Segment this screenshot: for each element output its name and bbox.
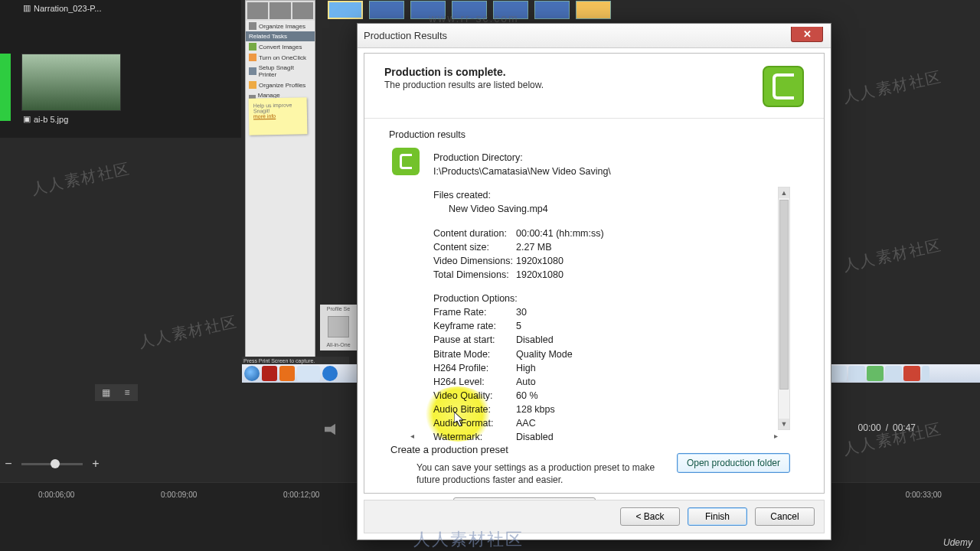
row-label: Keyframe rate:	[433, 319, 516, 333]
inner-taskbar	[242, 364, 357, 383]
results-scrollbar[interactable]: ▲ ▼	[778, 187, 790, 430]
result-row: Total Dimensions:1920x1080	[433, 268, 819, 282]
profile-icon	[328, 316, 349, 337]
row-value: 1920x1080	[516, 254, 564, 268]
zoom-thumb[interactable]	[51, 459, 60, 468]
tray-app3[interactable]	[885, 366, 902, 381]
row-label: Pause at start:	[433, 333, 516, 347]
timeline-zoom: − +	[3, 456, 118, 471]
file-name: New Video Saving.mp4	[433, 202, 819, 216]
zoom-in-button[interactable]: +	[90, 457, 101, 471]
related-tasks-header: Related Tasks	[246, 31, 315, 41]
preset-copy[interactable]	[410, 1, 446, 19]
scroll-up-icon[interactable]: ▲	[779, 187, 789, 198]
sticky-text: Help us improve	[253, 103, 292, 109]
row-value: 1920x1080	[516, 268, 564, 282]
dir-value: I:\Products\Camatasia\New Video Saving\	[433, 165, 819, 178]
open-production-folder-button[interactable]: Open production folder	[677, 453, 790, 473]
media-bin: ▥ Narration_023-P... ▣ ai-b 5.jpg	[0, 0, 241, 138]
tray-app1[interactable]	[830, 366, 847, 381]
preset-all-in-one[interactable]	[328, 1, 363, 19]
cancel-button[interactable]: Cancel	[755, 507, 815, 526]
ie-icon[interactable]	[322, 366, 338, 381]
option-row: H264 Profile:High	[433, 361, 819, 375]
firefox-icon[interactable]	[279, 366, 295, 381]
view-toggle[interactable]: ▦ ≡	[95, 384, 138, 401]
profile-header: Profile Se	[320, 306, 357, 311]
scrollbar-thumb[interactable]	[779, 200, 789, 390]
row-label: H264 Profile:	[433, 361, 516, 375]
image-thumb	[21, 54, 121, 111]
tray-more[interactable]	[922, 366, 929, 381]
row-label: Total Dimensions:	[433, 268, 516, 282]
close-icon: ✕	[803, 28, 812, 40]
time-readout: 00:00 / 00:47	[858, 422, 916, 433]
profile-selector[interactable]: Profile Se All-in-One	[320, 305, 357, 350]
option-row: H264 Level:Auto	[433, 375, 819, 389]
task-oneclick[interactable]: Turn on OneClick	[246, 52, 315, 63]
dialog-header: Production is complete. The production r…	[364, 54, 824, 118]
narration-filename: Narration_023-P...	[34, 4, 101, 13]
results-details: Production Directory: I:\Products\Camata…	[433, 151, 819, 444]
row-value: AAC	[516, 416, 536, 430]
row-label: H264 Level:	[433, 375, 516, 389]
preset-fullscreen[interactable]	[369, 1, 404, 19]
dialog-titlebar[interactable]: Production Results	[358, 24, 831, 48]
task-profiles[interactable]: Organize Profiles	[246, 80, 315, 90]
tray-app2[interactable]	[848, 366, 865, 381]
zoom-slider[interactable]	[21, 463, 83, 465]
close-button[interactable]: ✕	[791, 27, 823, 42]
sticky-note[interactable]: Help us improve Snagit! more info	[249, 97, 308, 135]
preset-share[interactable]	[493, 1, 528, 19]
ruler-tick: 0:00:06;00	[38, 491, 74, 506]
ruler-tick: 0:00:09;00	[161, 491, 197, 506]
dialog-button-bar: < Back Finish Cancel	[364, 500, 825, 533]
udemy-logo: Udemy	[943, 537, 972, 548]
row-label: Audio Bitrate:	[433, 403, 516, 416]
media-item-audio[interactable]: ▥ Narration_023-P...	[21, 0, 129, 16]
task-printer[interactable]: Setup SnagIt Printer	[246, 63, 315, 80]
row-label: Bitrate Mode:	[433, 347, 516, 361]
row-value: 128 kbps	[516, 403, 555, 416]
share-preset-bar	[320, 0, 902, 21]
files-label: Files created:	[433, 188, 819, 202]
production-results-dialog: Production Results ✕ Production is compl…	[357, 23, 831, 540]
option-row: Frame Rate:30	[433, 305, 819, 319]
start-button[interactable]	[244, 366, 260, 381]
profile-name: All-in-One	[320, 342, 357, 347]
image-icon: ▣	[23, 114, 31, 124]
media-label: ▥ Narration_023-P...	[21, 0, 129, 16]
organize-images[interactable]: Organize Images	[246, 21, 315, 31]
explorer-icon[interactable]	[297, 366, 320, 381]
finish-button[interactable]: Finish	[688, 507, 747, 526]
scroll-down-icon[interactable]: ▼	[779, 419, 789, 429]
ruler-tick: 0:00:12;00	[283, 491, 319, 506]
preset-menu-time[interactable]	[576, 1, 611, 19]
preset-pdf[interactable]	[452, 1, 487, 19]
row-label: Frame Rate:	[433, 305, 516, 319]
results-title: Production results	[389, 129, 819, 140]
adobe-icon[interactable]	[262, 366, 277, 381]
dialog-subheading: The production results are listed below.	[384, 80, 544, 90]
time-sep: /	[886, 422, 888, 433]
camtasia-logo	[763, 66, 804, 107]
back-button[interactable]: < Back	[620, 507, 680, 526]
preset-web[interactable]	[534, 1, 570, 19]
option-row: Audio Format:AAC	[433, 416, 819, 430]
row-label: Content size:	[433, 240, 516, 254]
option-row: Pause at start:Disabled	[433, 333, 819, 347]
task-convert[interactable]: Convert Images	[246, 41, 315, 52]
sticky-link[interactable]: more info	[253, 113, 276, 119]
tray-camtasia[interactable]	[867, 366, 884, 381]
tray-rec[interactable]	[903, 366, 920, 381]
grid-view-icon[interactable]: ▦	[95, 384, 116, 401]
media-item-image[interactable]: ▣ ai-b 5.jpg	[21, 54, 129, 127]
results-section: Production results Production Directory:…	[364, 119, 824, 448]
camtasia-logo-small	[392, 148, 420, 175]
list-view-icon[interactable]: ≡	[116, 384, 138, 401]
dialog-title: Production Results	[364, 30, 447, 41]
preset-desc: You can save your settings as a producti…	[416, 461, 669, 486]
zoom-out-button[interactable]: −	[3, 457, 14, 471]
mute-icon[interactable]	[325, 423, 340, 435]
option-row: Video Quality:60 %	[433, 389, 819, 403]
